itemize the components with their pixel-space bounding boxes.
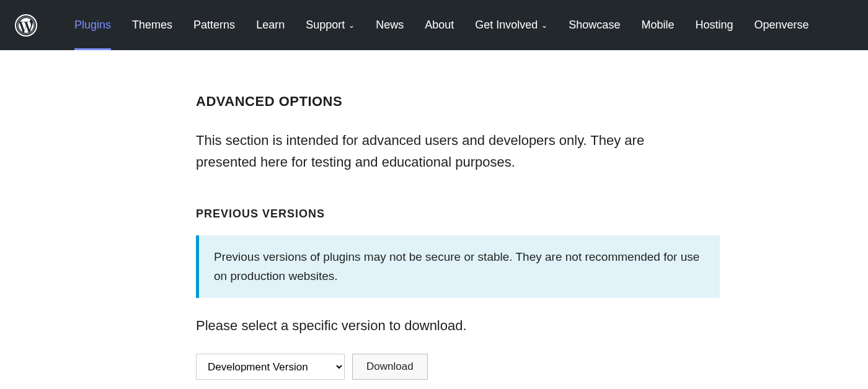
section-title: ADVANCED OPTIONS — [196, 94, 720, 110]
nav-plugins[interactable]: Plugins — [74, 0, 111, 50]
nav-news[interactable]: News — [376, 0, 404, 50]
nav-label: Themes — [132, 19, 172, 32]
nav-about[interactable]: About — [425, 0, 454, 50]
nav-label: About — [425, 19, 454, 32]
chevron-down-icon: ⌄ — [541, 21, 547, 30]
nav-label: Get Involved — [475, 19, 538, 32]
notice-text: Previous versions of plugins may not be … — [214, 248, 705, 286]
nav-mobile[interactable]: Mobile — [641, 0, 674, 50]
download-button[interactable]: Download — [352, 354, 428, 380]
download-controls: Development Version Download — [196, 354, 720, 380]
nav-showcase[interactable]: Showcase — [569, 0, 620, 50]
nav-hosting[interactable]: Hosting — [695, 0, 733, 50]
version-select[interactable]: Development Version — [196, 354, 345, 380]
nav-label: Mobile — [641, 19, 674, 32]
wordpress-logo[interactable] — [15, 14, 37, 37]
nav-learn[interactable]: Learn — [256, 0, 285, 50]
nav-label: Learn — [256, 19, 285, 32]
warning-notice: Previous versions of plugins may not be … — [196, 235, 720, 298]
nav-label: Showcase — [569, 19, 620, 32]
nav-support[interactable]: Support⌄ — [306, 0, 355, 50]
nav-openverse[interactable]: Openverse — [754, 0, 808, 50]
nav-label: Plugins — [74, 19, 111, 32]
main-header: Plugins Themes Patterns Learn Support⌄ N… — [0, 0, 868, 50]
subsection-title: PREVIOUS VERSIONS — [196, 208, 720, 221]
section-description: This section is intended for advanced us… — [196, 129, 704, 173]
nav-patterns[interactable]: Patterns — [193, 0, 235, 50]
main-nav: Plugins Themes Patterns Learn Support⌄ N… — [74, 0, 809, 50]
nav-label: Hosting — [695, 19, 733, 32]
nav-label: Patterns — [193, 19, 235, 32]
instruction-text: Please select a specific version to down… — [196, 318, 720, 334]
nav-label: News — [376, 19, 404, 32]
main-content: ADVANCED OPTIONS This section is intende… — [196, 50, 720, 389]
nav-themes[interactable]: Themes — [132, 0, 172, 50]
nav-get-involved[interactable]: Get Involved⌄ — [475, 0, 547, 50]
wordpress-icon — [15, 14, 37, 37]
nav-label: Openverse — [754, 19, 808, 32]
chevron-down-icon: ⌄ — [348, 21, 355, 30]
nav-label: Support — [306, 19, 345, 32]
